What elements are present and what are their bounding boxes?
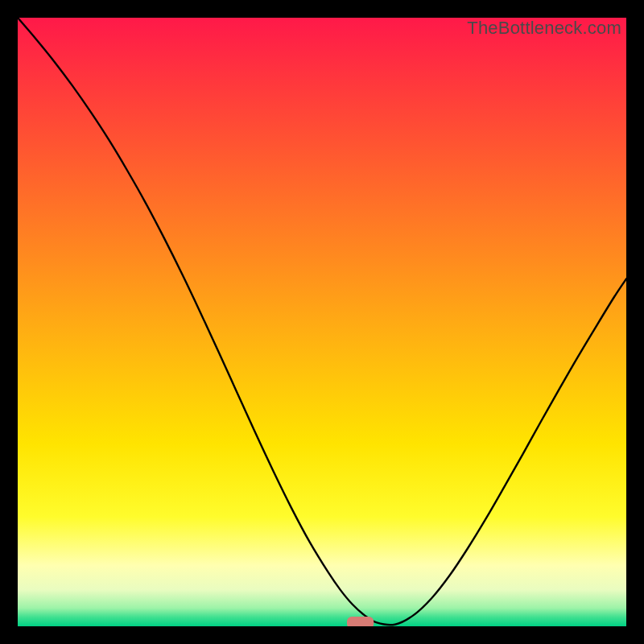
plot-frame: TheBottleneck.com	[18, 18, 626, 626]
watermark-text: TheBottleneck.com	[467, 18, 621, 39]
gradient-rect	[18, 18, 626, 626]
plot-background	[18, 18, 626, 626]
